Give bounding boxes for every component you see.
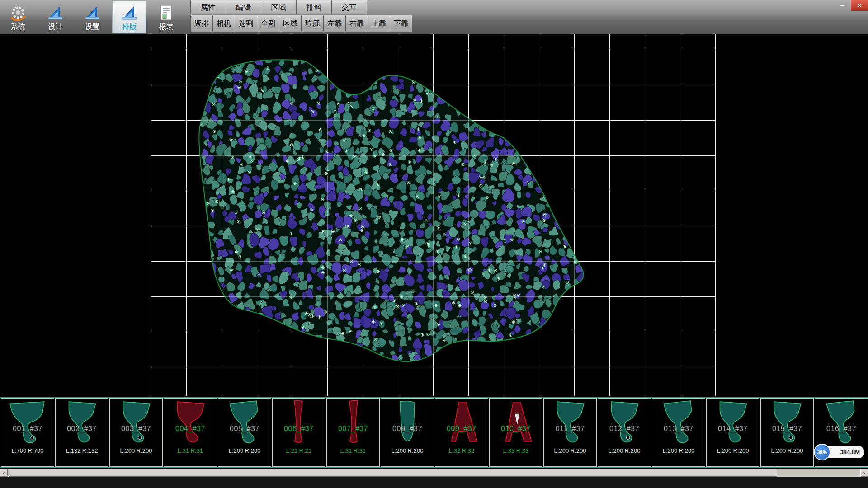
- progress-value: 38%: [817, 450, 827, 455]
- piece-lr-count: L:200 R:200: [598, 447, 651, 454]
- close-button[interactable]: ✕: [851, 0, 868, 11]
- piece-shape-preview: [276, 399, 322, 445]
- menu-tab-edit[interactable]: 编辑: [226, 0, 261, 14]
- main-toolbar-label-report: 报表: [159, 23, 174, 31]
- piece-thumbnail-013_#37[interactable]: 013_#37L:200 R:200: [652, 398, 705, 467]
- piece-name: 008_#37: [381, 425, 434, 433]
- tool-button-snap-top[interactable]: 上靠: [368, 15, 390, 32]
- piece-lr-count: L:200 R:200: [761, 447, 813, 454]
- piece-lr-count: L:200 R:200: [110, 447, 162, 454]
- tool-button-defect[interactable]: 瑕疵: [301, 15, 324, 32]
- memory-value: 384.8M: [840, 449, 860, 455]
- scroll-right-arrow-icon[interactable]: ›: [860, 469, 868, 477]
- piece-name: 016_#37: [815, 425, 868, 433]
- menu-tab-region[interactable]: 区域: [261, 0, 297, 14]
- piece-shape-preview: [656, 399, 702, 445]
- piece-name: 010_#37: [490, 425, 542, 433]
- menu-tab-properties[interactable]: 属性: [190, 0, 226, 14]
- design-icon: [46, 4, 65, 23]
- piece-thumbnail-015_#37[interactable]: 015_#37L:200 R:200: [760, 398, 814, 467]
- main-toolbar-button-report[interactable]: 报表: [149, 0, 184, 33]
- gear-icon: [9, 4, 28, 23]
- design-icon: [83, 4, 102, 23]
- main-toolbar-button-system[interactable]: 系统: [1, 0, 35, 33]
- piece-shape-preview: [818, 399, 864, 445]
- main-toolbar-label-settings: 设置: [85, 23, 99, 31]
- tool-button-snap-left[interactable]: 左靠: [323, 15, 346, 32]
- bottom-filler: [0, 477, 868, 488]
- piece-name: 013_#37: [652, 425, 705, 433]
- piece-thumbnail-011_#37[interactable]: 011_#37L:200 R:200: [543, 398, 597, 467]
- piece-shape-preview: [384, 399, 430, 445]
- main-toolbar-button-settings[interactable]: 设置: [75, 0, 109, 33]
- piece-name: 001_#37: [1, 425, 54, 433]
- piece-thumbnail-003_#37[interactable]: 003_#37L:200 R:200: [109, 398, 163, 467]
- main-toolbar-button-nesting[interactable]: 排版: [112, 0, 146, 33]
- piece-thumbnail-004_#37[interactable]: 004_#37L:31 R:31: [164, 398, 217, 467]
- tool-button-row: 聚排相机选割全割区域瑕疵左靠右靠上靠下靠: [191, 15, 412, 32]
- piece-shape-preview: [113, 399, 159, 445]
- piece-name: 006_#37: [273, 425, 325, 433]
- piece-shape-preview: [493, 399, 539, 445]
- piece-name: 003_#37: [110, 425, 162, 433]
- piece-name: 014_#37: [707, 425, 759, 433]
- tool-button-region[interactable]: 区域: [279, 15, 302, 32]
- piece-thumbnail-005_#37[interactable]: 005_#37L:200 R:200: [218, 398, 271, 467]
- piece-thumbnail-007_#37[interactable]: 007_#37L:31 R:31: [326, 398, 380, 467]
- status-badge-group: 384.8M 38%: [814, 444, 867, 461]
- piece-lr-count: L:200 R:200: [652, 447, 705, 454]
- tool-button-cluster-nest[interactable]: 聚排: [190, 15, 213, 32]
- horizontal-scrollbar[interactable]: ‹ ›: [0, 469, 868, 477]
- piece-lr-count: L:200 R:200: [381, 447, 434, 454]
- tool-button-select-cut[interactable]: 选割: [235, 15, 257, 32]
- main-toolbar-label-system: 系统: [11, 23, 25, 31]
- piece-shape-preview: [439, 399, 485, 445]
- main-toolbar: 系统设计设置排版报表: [1, 0, 184, 34]
- piece-lr-count: L:700 R:700: [1, 447, 54, 454]
- piece-shape-preview: [5, 399, 51, 445]
- piece-thumbnail-002_#37[interactable]: 002_#37L:132 R:132: [55, 398, 108, 467]
- window-controls: ─ ✕: [834, 0, 868, 11]
- scrollbar-track[interactable]: [8, 469, 860, 477]
- piece-name: 015_#37: [761, 425, 813, 433]
- minimize-button[interactable]: ─: [834, 0, 851, 11]
- piece-thumbnail-006_#37[interactable]: 006_#37L:21 R:21: [272, 398, 326, 467]
- piece-shape-preview: [710, 399, 756, 445]
- design-icon: [120, 4, 139, 23]
- piece-name: 011_#37: [544, 425, 596, 433]
- piece-thumbnail-001_#37[interactable]: 001_#37L:700 R:700: [1, 398, 54, 467]
- piece-name: 012_#37: [598, 425, 651, 433]
- piece-lr-count: L:132 R:132: [56, 447, 108, 454]
- piece-thumbnail-009_#37[interactable]: 009_#37L:32 R:32: [435, 398, 488, 467]
- report-icon: [157, 4, 176, 23]
- tool-button-cut-all[interactable]: 全割: [257, 15, 279, 32]
- piece-thumbnail-014_#37[interactable]: 014_#37L:200 R:200: [706, 398, 760, 467]
- piece-thumbnail-012_#37[interactable]: 012_#37L:200 R:200: [598, 398, 651, 467]
- menu-tab-nest[interactable]: 排料: [296, 0, 332, 14]
- piece-name: 002_#37: [56, 425, 108, 433]
- piece-lr-count: L:200 R:200: [707, 447, 759, 454]
- piece-shape-preview: [167, 399, 213, 445]
- piece-thumbnail-008_#37[interactable]: 008_#37L:200 R:200: [381, 398, 434, 467]
- piece-name: 009_#37: [435, 425, 488, 433]
- piece-shape-preview: [330, 399, 376, 445]
- tool-button-snap-right[interactable]: 右靠: [345, 15, 368, 32]
- piece-lr-count: L:31 R:31: [327, 447, 379, 454]
- nesting-canvas[interactable]: [0, 34, 868, 397]
- menu-area: 属性编辑区域排料交互 聚排相机选割全割区域瑕疵左靠右靠上靠下靠: [191, 0, 412, 32]
- menu-tab-interactive[interactable]: 交互: [331, 0, 367, 14]
- main-toolbar-button-design[interactable]: 设计: [38, 0, 72, 33]
- piece-lr-count: L:31 R:31: [164, 447, 217, 454]
- scrollbar-thumb[interactable]: [9, 469, 777, 477]
- piece-shape-preview: [764, 399, 810, 445]
- tool-button-camera[interactable]: 相机: [212, 15, 235, 32]
- piece-thumbnail-010_#37[interactable]: 010_#37L:33 R:33: [489, 398, 542, 467]
- piece-shape-preview: [222, 399, 268, 445]
- piece-lr-count: L:33 R:33: [490, 447, 542, 454]
- piece-shape-preview: [59, 399, 105, 445]
- tool-button-snap-bottom[interactable]: 下靠: [390, 15, 412, 32]
- main-toolbar-label-design: 设计: [48, 23, 62, 31]
- main-toolbar-label-nesting: 排版: [122, 23, 137, 31]
- nesting-workspace[interactable]: [0, 34, 868, 397]
- scroll-left-arrow-icon[interactable]: ‹: [0, 469, 8, 477]
